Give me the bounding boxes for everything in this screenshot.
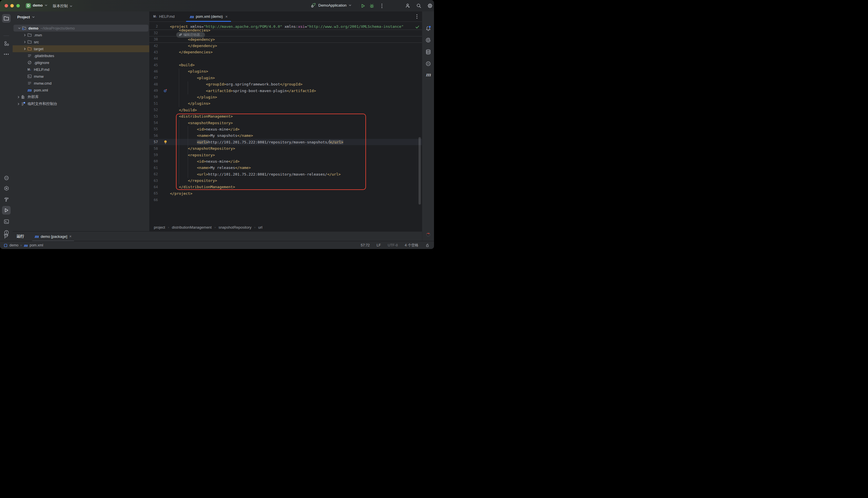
- unlocked-icon[interactable]: [425, 243, 429, 247]
- code-line-51[interactable]: 51 </plugins>: [149, 101, 422, 107]
- chevron-collapsed-icon[interactable]: [22, 40, 27, 43]
- tree-row-src[interactable]: src: [13, 38, 149, 45]
- line-separator-widget[interactable]: LF: [377, 243, 381, 247]
- tab-helpmd[interactable]: M↓ HELP.md: [149, 12, 179, 22]
- edit-starters-inlay-hint[interactable]: 编辑启动器...: [176, 32, 205, 38]
- tree-row-pomxml[interactable]: m pom.xml: [13, 87, 149, 93]
- chevron-collapsed-icon[interactable]: [16, 102, 21, 106]
- breadcrumb-item[interactable]: project: [154, 225, 165, 230]
- inspections-ok-icon[interactable]: [415, 25, 420, 29]
- tree-row-mvn[interactable]: .mvn: [13, 31, 149, 38]
- code-line-46[interactable]: 46 <plugins>: [149, 68, 422, 75]
- code-line-66[interactable]: 66: [149, 197, 422, 203]
- gutter-icon-slot[interactable]: [161, 140, 170, 144]
- code-line-42[interactable]: 42 </dependency>: [149, 42, 422, 49]
- build-toolwindow-button[interactable]: [2, 195, 11, 204]
- code-line-65[interactable]: 65</project>: [149, 190, 422, 197]
- code-line-54[interactable]: 54 <snapshotRepository>: [149, 120, 422, 126]
- project-panel-header[interactable]: Project: [17, 15, 35, 19]
- encoding-widget[interactable]: UTF-8: [388, 243, 398, 247]
- terminal-toolwindow-button[interactable]: [2, 217, 11, 226]
- indent-widget[interactable]: 4 个空格: [405, 243, 418, 248]
- code-line-60[interactable]: 60 <id>nexus-mine</id>: [149, 158, 422, 165]
- more-actions-icon[interactable]: [378, 2, 385, 9]
- code-line-45[interactable]: 45 <build>: [149, 62, 422, 68]
- window-minimize-button[interactable]: [10, 4, 14, 8]
- breadcrumb-item[interactable]: url: [258, 225, 262, 230]
- tree-row-scratches[interactable]: 临时文件和控制台: [13, 101, 149, 107]
- code-line-62[interactable]: 62 <url>http://101.201.75.222:8081/repos…: [149, 171, 422, 177]
- search-icon[interactable]: [415, 2, 422, 9]
- code-line-32[interactable]: 32 <dependencies> 编辑启动器...: [149, 29, 422, 36]
- code-line-57[interactable]: 57 <url>http://101.201.75.222:8081/repos…: [149, 139, 422, 145]
- code-line-59[interactable]: 59 <repository>: [149, 152, 422, 158]
- tree-row-target[interactable]: target: [13, 45, 149, 52]
- project-menu[interactable]: demo: [33, 3, 43, 8]
- tree-row-external-libraries[interactable]: 外部库: [13, 93, 149, 101]
- code-line-64[interactable]: 64 </distributionManagement>: [149, 184, 422, 190]
- project-badge-icon[interactable]: D: [26, 3, 31, 8]
- run-button[interactable]: [359, 2, 366, 9]
- run-configuration-selector[interactable]: DemoApplication: [311, 2, 352, 8]
- project-toolwindow-button[interactable]: [2, 14, 11, 23]
- code-line-61[interactable]: 61 <name>My releases</name>: [149, 165, 422, 171]
- tree-row-helpmd[interactable]: M↓ HELP.md: [13, 66, 149, 73]
- endpoints-toolwindow-button[interactable]: [2, 173, 11, 182]
- database-icon[interactable]: [424, 48, 432, 56]
- breadcrumb-separator: ›: [21, 243, 22, 247]
- chevron-collapsed-icon[interactable]: [16, 95, 21, 99]
- code-line-55[interactable]: 55 <id>nexus-mine</id>: [149, 126, 422, 132]
- tree-row-gitattributes[interactable]: .gitattributes: [13, 52, 149, 59]
- chevron-collapsed-icon[interactable]: [22, 34, 27, 37]
- line-number: 65: [149, 191, 161, 195]
- code-line-58[interactable]: 58 </snapshotRepository>: [149, 145, 422, 152]
- version-control-toolwindow-button[interactable]: [3, 234, 9, 239]
- tree-row-demo[interactable]: demo ~/IdeaProjects/demo: [13, 25, 148, 31]
- services-toolwindow-button[interactable]: [2, 184, 11, 193]
- tree-row-mvnwcmd[interactable]: mvnw.cmd: [13, 80, 149, 87]
- code-line-44[interactable]: 44: [149, 55, 422, 62]
- code-line-53[interactable]: 53 <distributionManagement>: [149, 113, 422, 119]
- breadcrumb-item[interactable]: distributionManagement: [172, 225, 212, 230]
- run-tab-demo-package[interactable]: m demo [package] ×: [31, 232, 75, 241]
- vcs-menu[interactable]: 版本控制: [53, 3, 73, 9]
- close-tab-icon[interactable]: ×: [69, 234, 72, 239]
- endpoints-icon[interactable]: [424, 60, 432, 68]
- code-text: <repository>: [170, 153, 215, 157]
- code-line-48[interactable]: 48 <groupId>org.springframework.boot</gr…: [149, 81, 422, 88]
- code-line-52[interactable]: 52 </build>: [149, 107, 422, 113]
- toolwindow-title[interactable]: 运行: [17, 234, 24, 239]
- structure-toolwindow-button[interactable]: [2, 39, 11, 48]
- code-with-me-icon[interactable]: [404, 2, 411, 9]
- notifications-bell-icon[interactable]: [424, 24, 432, 33]
- maven-toolwindow-icon[interactable]: m: [424, 70, 432, 79]
- ai-assistant-icon[interactable]: [424, 36, 432, 44]
- status-project[interactable]: demo: [10, 243, 18, 247]
- run-toolwindow-button[interactable]: [2, 206, 11, 214]
- code-area[interactable]: 2<project xmlns="http://maven.apache.org…: [149, 22, 422, 223]
- code-line-50[interactable]: 50 </plugin>: [149, 94, 422, 100]
- tab-pomxml[interactable]: m pom.xml (demo) ×: [185, 12, 232, 22]
- close-tab-icon[interactable]: ×: [225, 14, 228, 19]
- gutter-icon-slot[interactable]: [161, 89, 170, 93]
- code-line-56[interactable]: 56 <name>My snapshots</name>: [149, 132, 422, 139]
- tree-row-gitignore[interactable]: .gitignore: [13, 59, 149, 66]
- code-line-43[interactable]: 43 </dependencies>: [149, 49, 422, 55]
- window-zoom-button[interactable]: [16, 4, 20, 8]
- code-line-49[interactable]: 49 <artifactId>spring-boot-maven-plugin<…: [149, 88, 422, 94]
- code-line-63[interactable]: 63 </repository>: [149, 177, 422, 184]
- caret-position-widget[interactable]: 57:72: [361, 243, 370, 247]
- chevron-collapsed-icon[interactable]: [22, 47, 27, 51]
- more-toolwindows-icon[interactable]: [2, 50, 11, 58]
- debug-button[interactable]: [368, 2, 375, 9]
- mascot-icon[interactable]: [424, 231, 432, 238]
- chevron-expanded-icon[interactable]: [17, 27, 22, 30]
- tree-row-mvnw[interactable]: mvnw: [13, 73, 149, 80]
- breadcrumb-item[interactable]: snapshotRepository: [218, 225, 251, 230]
- status-file[interactable]: pom.xml: [29, 243, 43, 247]
- editor-scrollbar[interactable]: [418, 137, 421, 205]
- window-close-button[interactable]: [4, 4, 8, 8]
- code-line-47[interactable]: 47 <plugin>: [149, 75, 422, 81]
- tab-options-icon[interactable]: [415, 13, 418, 20]
- settings-gear-icon[interactable]: [427, 2, 433, 9]
